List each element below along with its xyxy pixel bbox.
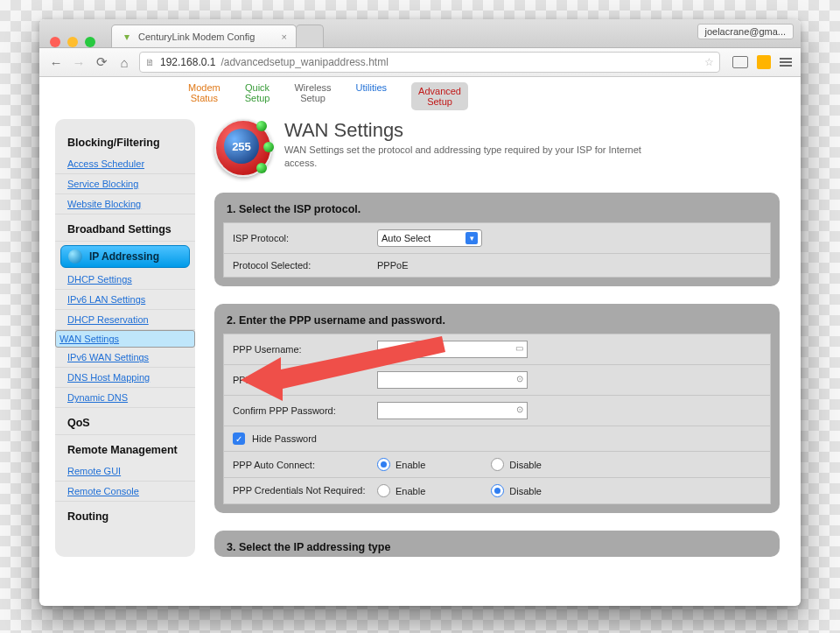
isp-protocol-select[interactable]: Auto Select ▾ xyxy=(377,229,482,247)
isp-protocol-value: Auto Select xyxy=(382,233,430,243)
page-title: WAN Settings xyxy=(284,119,652,142)
panel3-heading: 3. Select the IP addressing type xyxy=(223,539,771,553)
cast-icon[interactable] xyxy=(732,56,748,68)
nav-modem-status[interactable]: ModemStatus xyxy=(188,82,220,103)
cred-not-required-label: PPP Credentials Not Required: xyxy=(233,485,377,496)
url-path: /advancedsetup_wanipaddress.html xyxy=(220,56,388,68)
tab-title: CenturyLink Modem Config xyxy=(138,32,255,42)
browser-toolbar: ← → ⟳ ⌂ 🗎 192.168.0.1 /advancedsetup_wan… xyxy=(39,48,801,77)
profile-badge[interactable]: joelacrane@gma... xyxy=(697,24,794,39)
ppp-password-label: PPP Password: xyxy=(233,375,377,385)
close-window-button[interactable] xyxy=(50,37,60,47)
ppp-password-input[interactable]: ⊙ xyxy=(377,371,528,389)
cred-not-required-enable[interactable]: Enable xyxy=(377,484,425,497)
panel1-heading: 1. Select the ISP protocol. xyxy=(223,201,771,222)
sidebar-head-ip-addressing[interactable]: IP Addressing xyxy=(60,245,190,268)
enable-label-2: Enable xyxy=(396,486,425,496)
reload-button[interactable]: ⟳ xyxy=(94,54,109,70)
modem-top-nav: ModemStatus QuickSetup WirelessSetup Uti… xyxy=(39,77,801,119)
sidebar-link-dynamic-dns[interactable]: Dynamic DNS xyxy=(55,388,195,407)
sidebar-link-remote-gui[interactable]: Remote GUI xyxy=(55,461,195,482)
new-tab-button[interactable] xyxy=(296,25,324,47)
window-controls xyxy=(39,30,104,47)
contact-icon: ▭ xyxy=(515,343,523,353)
hide-password-checkbox[interactable]: ✓ xyxy=(233,433,245,445)
protocol-selected-label: Protocol Selected: xyxy=(233,260,377,271)
page-icon: 🗎 xyxy=(145,57,155,67)
panel2-heading: 2. Enter the PPP username and password. xyxy=(223,313,771,334)
settings-sidebar: Blocking/Filtering Access Scheduler Serv… xyxy=(55,119,195,557)
enable-label: Enable xyxy=(396,460,425,470)
forward-button[interactable]: → xyxy=(71,55,87,70)
auto-connect-enable[interactable]: Enable xyxy=(377,458,425,471)
wan-icon-number: 255 xyxy=(224,129,259,164)
sidebar-link-remote-console[interactable]: Remote Console xyxy=(55,482,195,501)
auto-connect-label: PPP Auto Connect: xyxy=(233,460,377,470)
close-tab-icon[interactable]: × xyxy=(282,32,287,42)
ppp-confirm-input[interactable]: ⊙ xyxy=(377,402,528,419)
sidebar-link-dhcp-reservation[interactable]: DHCP Reservation xyxy=(55,310,195,330)
sidebar-link-dhcp-settings[interactable]: DHCP Settings xyxy=(55,270,195,290)
hide-password-label: Hide Password xyxy=(252,433,317,444)
sidebar-head-routing: Routing xyxy=(55,502,195,528)
nav-advanced-setup[interactable]: AdvancedSetup xyxy=(411,82,468,110)
sidebar-link-website-blocking[interactable]: Website Blocking xyxy=(55,194,195,214)
nav-quick-setup[interactable]: QuickSetup xyxy=(245,82,270,103)
protocol-selected-value: PPPoE xyxy=(377,260,526,271)
key-icon: ⊙ xyxy=(516,374,523,383)
nav-wireless-setup[interactable]: WirelessSetup xyxy=(294,82,331,103)
cred-not-required-disable[interactable]: Disable xyxy=(491,484,542,497)
disable-label: Disable xyxy=(509,460,542,470)
sidebar-head-remote: Remote Management xyxy=(55,435,195,461)
sidebar-link-wan-settings[interactable]: WAN Settings xyxy=(55,330,195,348)
sidebar-head-blocking: Blocking/Filtering xyxy=(55,128,195,154)
isp-protocol-panel: 1. Select the ISP protocol. ISP Protocol… xyxy=(214,193,780,286)
ip-addressing-type-panel: 3. Select the IP addressing type xyxy=(214,531,780,557)
browser-tab[interactable]: ▾ CenturyLink Modem Config × xyxy=(111,25,297,47)
ppp-username-label: PPP Username: xyxy=(233,344,377,355)
ppp-username-input[interactable]: ▭ xyxy=(377,341,528,358)
favicon-icon: ▾ xyxy=(121,31,133,43)
ppp-confirm-label: Confirm PPP Password: xyxy=(233,405,377,416)
sidebar-head-qos: QoS xyxy=(55,408,195,434)
home-button[interactable]: ⌂ xyxy=(116,55,132,70)
page-subtitle: WAN Settings set the protocol and addres… xyxy=(284,144,652,170)
back-button[interactable]: ← xyxy=(48,55,64,70)
sidebar-head-broadband: Broadband Settings xyxy=(55,215,195,241)
browser-tabstrip: ▾ CenturyLink Modem Config × joelacrane@… xyxy=(39,19,801,48)
wan-settings-icon: 255 xyxy=(214,119,272,177)
disable-label-2: Disable xyxy=(509,486,542,496)
sidebar-link-ipv6-lan[interactable]: IPv6 LAN Settings xyxy=(55,290,195,310)
auto-connect-disable[interactable]: Disable xyxy=(491,458,542,471)
menu-button[interactable] xyxy=(780,58,792,67)
sidebar-link-ipv6-wan[interactable]: IPv6 WAN Settings xyxy=(55,348,195,368)
isp-protocol-label: ISP Protocol: xyxy=(233,233,377,243)
ppp-credentials-panel: 2. Enter the PPP username and password. … xyxy=(214,304,780,513)
bookmark-star-icon[interactable]: ☆ xyxy=(704,56,714,68)
url-host: 192.168.0.1 xyxy=(160,56,215,68)
ip-globe-icon xyxy=(68,250,82,264)
select-arrow-icon: ▾ xyxy=(466,232,478,244)
maximize-window-button[interactable] xyxy=(85,37,95,47)
minimize-window-button[interactable] xyxy=(67,37,78,47)
nav-utilities[interactable]: Utilities xyxy=(356,82,387,93)
extension-icon[interactable] xyxy=(757,55,771,69)
key-icon: ⊙ xyxy=(516,404,523,414)
ip-addressing-label: IP Addressing xyxy=(89,250,159,263)
sidebar-link-dns-host-mapping[interactable]: DNS Host Mapping xyxy=(55,368,195,388)
sidebar-link-service-blocking[interactable]: Service Blocking xyxy=(55,174,195,194)
sidebar-link-access-scheduler[interactable]: Access Scheduler xyxy=(55,154,195,174)
address-bar[interactable]: 🗎 192.168.0.1 /advancedsetup_wanipaddres… xyxy=(139,52,720,73)
